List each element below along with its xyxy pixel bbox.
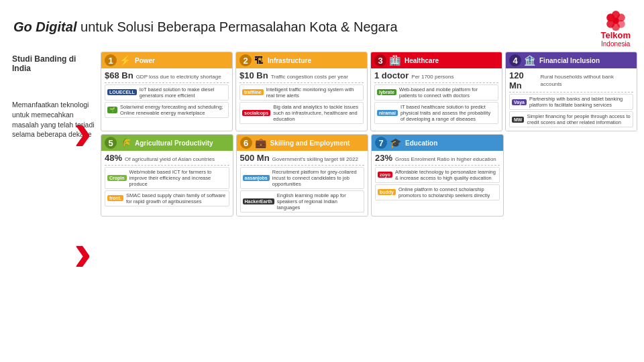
health-icon: 🏥 [389,55,400,66]
card-health-header: 3 🏥 Healthcare [371,52,502,68]
buddystudy-desc: Online platform to connect scholarship p… [398,186,497,198]
cropin-desc: Web/mobile based ICT for farmers to impr… [129,169,227,187]
vaya-badge: Vaya [512,99,527,105]
card-agri-header: 5 🌾 Agricultural Productivity [101,135,233,151]
fin-stat: 120 Mn Rural households without bank acc… [509,70,633,90]
card-infra-num: 2 [239,54,252,66]
moneywatch-badge: MW [512,117,524,123]
cards-content: 1 ⚡ Power $68 Bn GDP loss due to electri… [101,52,637,216]
health-logo-lybrate: lybrate Web-based and mobile platform fo… [374,84,498,101]
skill-logo-aasanjobs: aasanjobs Recruitment platform for grey-… [240,167,365,189]
card-edu-body: 23% Gross Enrolment Ratio in higher educ… [372,151,503,203]
card-skilling: 6 💼 Skilling and Employment 500 Mn Gover… [236,134,369,216]
aasanjobs-desc: Recruitment platform for grey-collared i… [272,169,362,187]
hackerearth-desc: English learning mobile app for speakers… [277,192,362,210]
power-logo-louecell: LOUECELL IoT based solution to make dies… [105,84,229,101]
edu-divider [375,165,500,166]
card-skill-body: 500 Mn Government's skilling target till… [237,151,368,215]
health-stat: 1 doctor Per 1700 persons [374,70,498,80]
infra-stat-desc: Traffic congestion costs per year [271,74,348,80]
card-infra-body: $10 Bn Traffic congestion costs per year… [236,68,367,127]
logo-sub: Indonesia [601,40,630,48]
louecell-desc: IoT based solution to make diesel genera… [140,86,226,99]
power-stat-value: $68 Bn [105,70,133,80]
skill-stat: 500 Mn Government's skilling target till… [240,153,365,163]
row2-spacer [506,134,638,216]
fin-stat-value: 120 Mn [509,70,538,90]
card-financial: 4 🏦 Financial Inclusion 120 Mn Rural hou… [505,52,637,131]
card-fin-header: 4 🏦 Financial Inclusion [506,52,637,68]
agri-icon: 🌾 [119,137,131,148]
header: Go Digital untuk Solusi Beberapa Permasa… [0,0,644,52]
cards-row-2: 5 🌾 Agricultural Productivity 48% Of agr… [101,134,637,216]
agri-divider [105,165,229,166]
card-fin-num: 4 [509,54,521,66]
card-edu-title: Education [405,139,437,147]
sidebar: Studi Banding di India › Memanfaatkan te… [7,52,101,216]
zoya-badge: zoyo [378,172,392,178]
fin-logo-vaya: Vaya Partnership with banks and tablet b… [509,94,633,110]
card-power-header: 1 ⚡ Power [101,52,232,68]
buddystudy-badge: buddy [378,189,396,195]
infra-icon: 🏗 [254,55,264,66]
infra-divider [239,82,364,83]
infra-logo-traffline: traffline Intelligent traffic monitoring… [239,84,364,101]
edu-stat-value: 23% [375,153,392,163]
logo: Telkom Indonesia [600,7,631,48]
sidebar-title: Studi Banding di India [12,54,95,73]
lybrate-desc: Web-based and mobile platform for patien… [399,86,496,99]
traffline-badge: traffline [242,89,264,95]
card-edu-header: 7 🎓 Education [372,135,503,151]
health-divider [374,82,498,83]
agri-stat: 48% Of agricultural yield of Asian count… [105,153,229,163]
fin-logo-moneywatch: MW Simpler financing for people through … [509,111,633,127]
chevron2-icon: › [74,226,92,280]
skill-stat-desc: Government's skilling target till 2022 [272,156,358,163]
agri-stat-desc: Of agricultural yield of Asian countries [125,156,215,163]
card-skill-header: 6 💼 Skilling and Employment [237,135,368,151]
health-logo-niramai: niramai IT based healthcare solution to … [374,102,498,124]
edu-stat: 23% Gross Enrolment Ratio in higher educ… [375,153,500,163]
skill-icon: 💼 [255,137,266,148]
socialcops-badge: socialcops [242,110,270,116]
card-skill-num: 6 [240,137,252,149]
main-content: Studi Banding di India › Memanfaatkan te… [0,52,644,216]
power-divider [105,82,229,83]
hackerearth-badge: HackerEarth [243,198,274,204]
niramai-desc: IT based healthcare solution to predict … [400,104,496,122]
aasanjobs-badge: aasanjobs [243,175,270,181]
infra-stat: $10 Bn Traffic congestion costs per year [239,70,364,80]
card-education: 7 🎓 Education 23% Gross Enrolment Ratio … [371,134,504,216]
power-icon: ⚡ [119,55,131,66]
edu-logo-buddystudy: buddy Online platform to connect scholar… [375,184,500,200]
logo-name: Telkom [600,31,631,40]
card-infra-header: 2 🏗 Infrastructure [236,52,367,68]
skill-logo-hackerearth: HackerEarth English learning mobile app … [240,190,365,213]
niramai-badge: niramai [377,110,398,116]
edu-logo-zoya: zoyo Affordable technology to personaliz… [375,167,500,183]
health-stat-desc: Per 1700 persons [411,74,453,80]
card-healthcare: 3 🏥 Healthcare 1 doctor Per 1700 persons… [370,52,502,131]
skill-stat-value: 500 Mn [240,153,270,163]
card-health-title: Healthcare [405,57,439,64]
power-stat: $68 Bn GDP loss due to electricity short… [105,70,229,80]
louecell-badge: LOUECELL [107,89,137,95]
agri-logo-frontstream: front. SMAC based supply chain family of… [105,190,229,206]
agri-logo-cropin: Cropin Web/mobile based ICT for farmers … [105,167,229,189]
fin-icon: 🏦 [524,55,535,66]
card-agricultural: 5 🌾 Agricultural Productivity 48% Of agr… [101,134,233,216]
infra-stat-value: $10 Bn [239,70,268,80]
card-fin-title: Financial Inclusion [539,57,600,64]
card-agri-title: Agricultural Productivity [135,139,213,147]
edu-stat-desc: Gross Enrolment Ratio in higher educatio… [395,156,496,163]
power-stat-desc: GDP loss due to electricity shortage [136,74,221,80]
fin-divider [509,92,633,93]
card-agri-num: 5 [105,137,117,149]
card-skill-title: Skilling and Employment [270,139,350,147]
bioenergy-badge: 🌱 [107,107,117,113]
traffline-desc: Intelligent traffic monitoring system wi… [266,86,361,99]
svg-point-6 [612,17,619,24]
card-infrastructure: 2 🏗 Infrastructure $10 Bn Traffic conges… [235,52,368,131]
power-logo-bioenergy: 🌱 Solar/wind energy forecasting and sche… [105,102,229,118]
card-health-num: 3 [374,54,386,66]
